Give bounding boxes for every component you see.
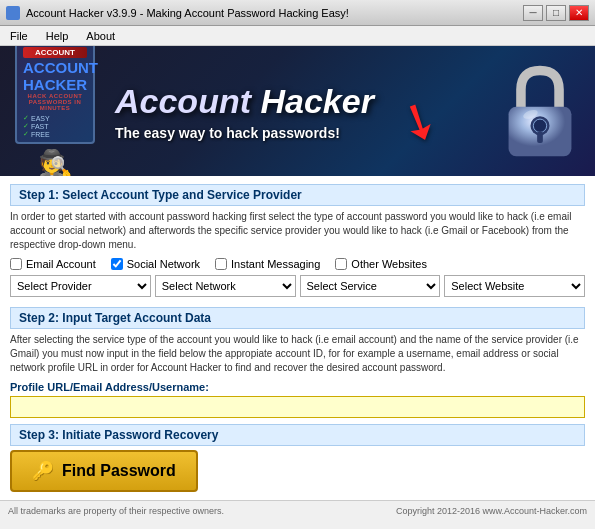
step2-header: Step 2: Input Target Account Data: [10, 307, 585, 329]
header-subtitle: The easy way to hack passwords!: [115, 125, 340, 141]
network-select[interactable]: Select Network: [155, 275, 296, 297]
feature-fast: ✓ FAST: [23, 122, 87, 130]
minimize-button[interactable]: ─: [523, 5, 543, 21]
header-main-title: Account Hacker: [115, 82, 374, 121]
maximize-button[interactable]: □: [546, 5, 566, 21]
window-title-area: Account Hacker v3.9.9 - Making Account P…: [6, 6, 349, 20]
svg-rect-3: [537, 131, 543, 142]
lock-icon: [495, 61, 585, 161]
profile-input-label: Profile URL/Email Address/Username:: [10, 381, 585, 393]
other-websites-option[interactable]: Other Websites: [335, 258, 427, 270]
service-dropdowns: Select Provider Select Network Select Se…: [10, 275, 585, 297]
other-websites-checkbox[interactable]: [335, 258, 347, 270]
lock-svg: [495, 61, 585, 161]
logo-subtitle: HACK ACCOUNTPASSWORDS IN MINUTES: [23, 93, 87, 111]
close-button[interactable]: ✕: [569, 5, 589, 21]
step2-section: Step 2: Input Target Account Data After …: [10, 307, 585, 418]
footer-left: All trademarks are property of their res…: [8, 506, 224, 516]
instant-messaging-checkbox[interactable]: [215, 258, 227, 270]
step1-header: Step 1: Select Account Type and Service …: [10, 184, 585, 206]
logo-area: ACCOUNT ACCOUNTHACKER HACK ACCOUNTPASSWO…: [10, 46, 100, 176]
person-silhouette: 🕵️: [38, 148, 73, 176]
window-title-text: Account Hacker v3.9.9 - Making Account P…: [26, 7, 349, 19]
instant-messaging-label: Instant Messaging: [231, 258, 320, 270]
header-banner: ACCOUNT ACCOUNTHACKER HACK ACCOUNTPASSWO…: [0, 46, 595, 176]
service-select[interactable]: Select Service: [300, 275, 441, 297]
menu-file[interactable]: File: [6, 29, 32, 43]
feature-free: ✓ FREE: [23, 130, 87, 138]
social-network-label: Social Network: [127, 258, 200, 270]
footer-right: Copyright 2012-2016 www.Account-Hacker.c…: [396, 506, 587, 516]
title-account: Account: [115, 82, 260, 120]
footer: All trademarks are property of their res…: [0, 500, 595, 520]
logo-features: ✓ EASY ✓ FAST ✓ FREE: [23, 114, 87, 138]
logo-title: ACCOUNTHACKER: [23, 60, 87, 93]
menu-help[interactable]: Help: [42, 29, 73, 43]
title-hacker: Hacker: [260, 82, 373, 120]
instant-messaging-option[interactable]: Instant Messaging: [215, 258, 320, 270]
email-account-label: Email Account: [26, 258, 96, 270]
svg-point-2: [533, 119, 546, 132]
step1-section: Step 1: Select Account Type and Service …: [10, 184, 585, 297]
logo-box: ACCOUNT ACCOUNTHACKER HACK ACCOUNTPASSWO…: [15, 46, 95, 144]
step1-description: In order to get started with account pas…: [10, 210, 585, 252]
step3-header: Step 3: Initiate Password Recovery: [10, 424, 585, 446]
other-websites-label: Other Websites: [351, 258, 427, 270]
social-network-option[interactable]: Social Network: [111, 258, 200, 270]
provider-select[interactable]: Select Provider: [10, 275, 151, 297]
social-network-checkbox[interactable]: [111, 258, 123, 270]
titlebar: Account Hacker v3.9.9 - Making Account P…: [0, 0, 595, 26]
step2-description: After selecting the service type of the …: [10, 333, 585, 375]
feature-easy: ✓ EASY: [23, 114, 87, 122]
email-account-option[interactable]: Email Account: [10, 258, 96, 270]
logo-top-label: ACCOUNT: [23, 47, 87, 58]
menu-about[interactable]: About: [82, 29, 119, 43]
window-controls: ─ □ ✕: [523, 5, 589, 21]
menubar: File Help About: [0, 26, 595, 46]
account-type-options: Email Account Social Network Instant Mes…: [10, 258, 585, 270]
step3-section: Step 3: Initiate Password Recovery 🔑 Fin…: [10, 424, 585, 492]
key-icon: 🔑: [32, 460, 54, 482]
profile-url-input[interactable]: [10, 396, 585, 418]
find-password-button[interactable]: 🔑 Find Password: [10, 450, 198, 492]
find-password-label: Find Password: [62, 462, 176, 480]
app-icon: [6, 6, 20, 20]
website-select[interactable]: Select Website: [444, 275, 585, 297]
main-content: Step 1: Select Account Type and Service …: [0, 176, 595, 500]
email-account-checkbox[interactable]: [10, 258, 22, 270]
